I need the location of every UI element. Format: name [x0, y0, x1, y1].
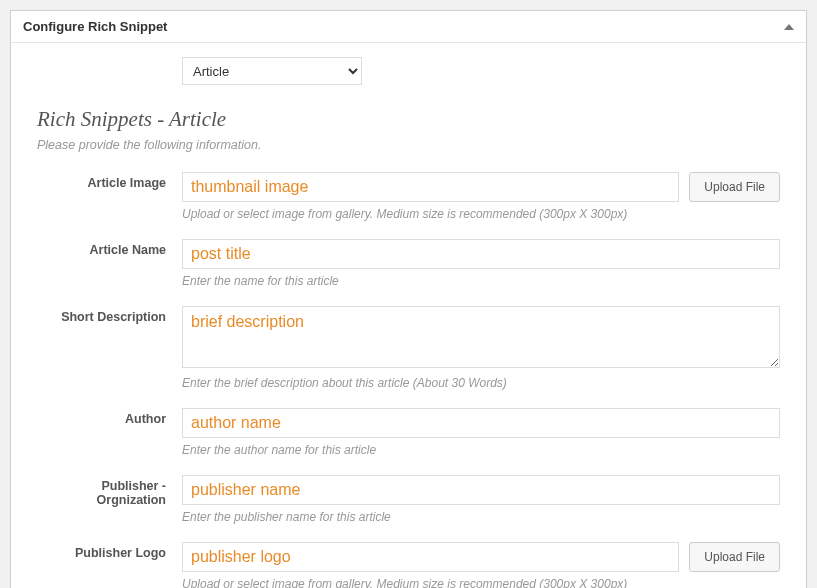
panel-title: Configure Rich Snippet	[23, 19, 167, 34]
section-subtitle: Please provide the following information…	[37, 138, 780, 152]
publisher-logo-hint: Upload or select image from gallery. Med…	[182, 577, 780, 588]
article-image-upload-button[interactable]: Upload File	[689, 172, 780, 202]
configure-rich-snippet-panel: Configure Rich Snippet Article Rich Snip…	[10, 10, 807, 588]
collapse-icon	[784, 24, 794, 30]
publisher-org-input[interactable]	[182, 475, 780, 505]
panel-header[interactable]: Configure Rich Snippet	[11, 11, 806, 43]
article-image-hint: Upload or select image from gallery. Med…	[182, 207, 780, 221]
panel-body: Article Rich Snippets - Article Please p…	[11, 43, 806, 588]
field-publisher-org: Publisher - Orgnization Enter the publis…	[37, 475, 780, 524]
section-title: Rich Snippets - Article	[37, 107, 780, 132]
field-short-description: Short Description Enter the brief descri…	[37, 306, 780, 390]
publisher-org-label: Publisher - Orgnization	[37, 475, 182, 524]
snippet-type-row: Article	[37, 57, 780, 85]
snippet-type-label-spacer	[37, 57, 182, 85]
field-article-image: Article Image Upload File Upload or sele…	[37, 172, 780, 221]
author-label: Author	[37, 408, 182, 457]
article-image-label: Article Image	[37, 172, 182, 221]
author-input[interactable]	[182, 408, 780, 438]
field-author: Author Enter the author name for this ar…	[37, 408, 780, 457]
article-name-hint: Enter the name for this article	[182, 274, 780, 288]
article-name-label: Article Name	[37, 239, 182, 288]
publisher-logo-input[interactable]	[182, 542, 679, 572]
short-description-hint: Enter the brief description about this a…	[182, 376, 780, 390]
article-name-input[interactable]	[182, 239, 780, 269]
publisher-org-hint: Enter the publisher name for this articl…	[182, 510, 780, 524]
short-description-input[interactable]	[182, 306, 780, 368]
short-description-label: Short Description	[37, 306, 182, 390]
field-publisher-logo: Publisher Logo Upload File Upload or sel…	[37, 542, 780, 588]
snippet-type-select[interactable]: Article	[182, 57, 362, 85]
publisher-logo-label: Publisher Logo	[37, 542, 182, 588]
article-image-input[interactable]	[182, 172, 679, 202]
field-article-name: Article Name Enter the name for this art…	[37, 239, 780, 288]
author-hint: Enter the author name for this article	[182, 443, 780, 457]
publisher-logo-upload-button[interactable]: Upload File	[689, 542, 780, 572]
